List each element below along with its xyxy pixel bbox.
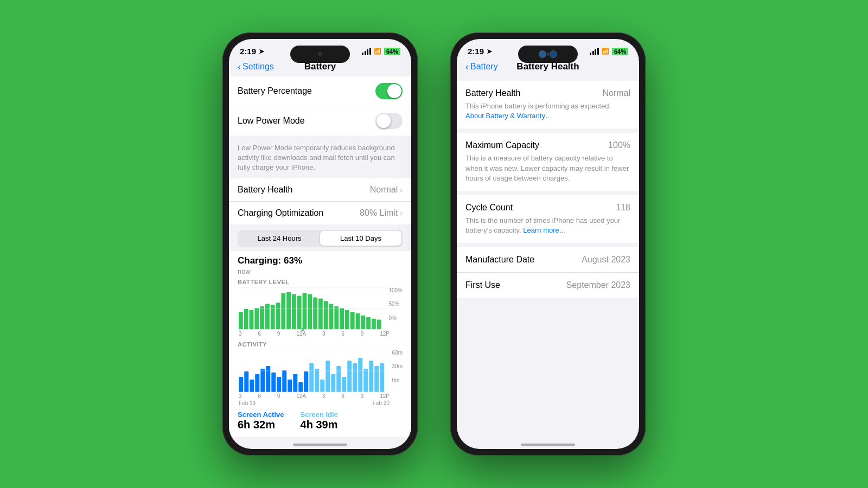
phone-2: 2:19 ➤ 📶 64% ‹ Ba <box>450 33 646 455</box>
screen-active-label: Screen Active <box>238 410 284 419</box>
svg-rect-34 <box>255 374 259 392</box>
activity-svg <box>238 350 390 393</box>
content-1: Battery Percentage Low Power Mode Low Po… <box>229 76 411 438</box>
tab-10d[interactable]: Last 10 Days <box>320 231 401 246</box>
svg-rect-42 <box>298 382 303 392</box>
dynamic-island-2 <box>518 46 578 63</box>
status-time-2: 2:19 ➤ <box>468 47 492 56</box>
activity-chart-section: ACTIVITY <box>229 337 411 406</box>
back-button-2[interactable]: ‹ Battery <box>465 61 498 73</box>
charging-info: Charging: 63% <box>229 251 411 266</box>
svg-rect-10 <box>292 294 296 329</box>
learn-more-link[interactable]: Learn more… <box>523 226 566 234</box>
phone-1: 2:19 ➤ 📶 64% ‹ Se <box>222 33 418 455</box>
svg-rect-17 <box>329 304 334 329</box>
battery-chart-section: Charging: 63% now BATTERY LEVEL <box>229 251 411 436</box>
svg-rect-7 <box>276 303 280 329</box>
svg-rect-22 <box>356 313 360 329</box>
tab-24h[interactable]: Last 24 Hours <box>239 231 320 246</box>
svg-rect-48 <box>331 374 335 392</box>
bh-cycle-title: Cycle Count <box>465 203 513 213</box>
screen-idle-label: Screen Idle <box>301 410 338 419</box>
svg-rect-47 <box>326 361 330 392</box>
svg-rect-11 <box>297 296 302 329</box>
svg-rect-57 <box>380 363 384 392</box>
bh-health-header: Battery Health Normal <box>465 88 630 98</box>
low-power-description: Low Power Mode temporarily reduces backg… <box>229 141 411 178</box>
svg-rect-56 <box>374 366 379 392</box>
svg-rect-49 <box>336 366 341 392</box>
wifi-icon-2: 📶 <box>602 48 609 55</box>
signal-bars-1 <box>362 48 371 55</box>
bh-health-group: Battery Health Normal This iPhone batter… <box>457 81 639 129</box>
status-time-1: 2:19 ➤ <box>240 47 264 56</box>
back-chevron-2: ‹ <box>465 61 469 73</box>
svg-rect-41 <box>293 374 297 392</box>
settings-group-toggles: Battery Percentage Low Power Mode <box>229 76 411 136</box>
bh-health-row: Battery Health Normal This iPhone batter… <box>457 81 639 129</box>
svg-rect-18 <box>334 306 339 329</box>
svg-rect-45 <box>315 369 319 392</box>
bh-firstuse-value: September 2023 <box>566 280 630 290</box>
svg-rect-2 <box>250 310 254 329</box>
bh-cycle-value: 118 <box>616 203 630 213</box>
bh-cycle-row: Cycle Count 118 This is the number of ti… <box>457 195 639 243</box>
svg-rect-1 <box>244 309 248 329</box>
toggle-knob-2 <box>376 114 391 128</box>
dynamic-island-1 <box>290 46 350 63</box>
low-power-mode-row: Low Power Mode <box>229 106 411 136</box>
bh-health-value: Normal <box>602 88 630 98</box>
bh-manufacture-row: Manufacture Date August 2023 <box>457 247 639 273</box>
battery-percentage-row: Battery Percentage <box>229 76 411 106</box>
battery-health-row[interactable]: Battery Health Normal › <box>229 178 411 202</box>
screen-active-value: 6h 32m <box>238 419 284 431</box>
svg-rect-9 <box>286 292 291 329</box>
bh-manufacture-label: Manufacture Date <box>465 255 534 265</box>
bh-health-title: Battery Health <box>465 88 520 98</box>
y-labels-activity: 60m 30m 0m <box>390 350 403 393</box>
svg-rect-26 <box>377 319 381 329</box>
svg-rect-53 <box>358 358 362 392</box>
svg-rect-43 <box>304 371 308 392</box>
about-battery-link[interactable]: About Battery & Warranty… <box>465 112 552 120</box>
bh-capacity-row: Maximum Capacity 100% This is a measure … <box>457 133 639 191</box>
battery-percentage-toggle[interactable] <box>375 83 403 99</box>
screen-idle-value: 4h 39m <box>301 419 338 431</box>
activity-label: ACTIVITY <box>238 341 403 348</box>
bh-firstuse-row: First Use September 2023 <box>457 273 639 298</box>
battery-percentage-label: Battery Percentage <box>238 86 312 96</box>
svg-rect-5 <box>265 304 270 329</box>
svg-rect-37 <box>271 373 276 392</box>
charging-optimization-row[interactable]: Charging Optimization 80% Limit › <box>229 202 411 224</box>
svg-rect-21 <box>350 311 355 329</box>
svg-rect-54 <box>363 369 368 392</box>
svg-rect-32 <box>244 371 248 392</box>
svg-rect-50 <box>342 377 346 392</box>
toggle-knob-1 <box>387 84 401 98</box>
airdrop-circle <box>539 50 546 58</box>
activity-chart-wrapper: 60m 30m 0m <box>238 350 403 393</box>
bh-capacity-group: Maximum Capacity 100% This is a measure … <box>457 133 639 191</box>
status-icons-2: 📶 64% <box>590 48 628 55</box>
svg-rect-40 <box>288 380 292 392</box>
bh-firstuse-label: First Use <box>465 280 500 290</box>
battery-level-chart: BATTERY LEVEL <box>229 279 411 337</box>
svg-rect-55 <box>369 361 373 392</box>
tab-selector: Last 24 Hours Last 10 Days <box>238 230 403 247</box>
battery-status-1: 64% <box>384 48 400 55</box>
battery-health-value: Normal › <box>370 185 403 195</box>
bh-cycle-group: Cycle Count 118 This is the number of ti… <box>457 195 639 243</box>
svg-rect-33 <box>250 380 254 392</box>
low-power-mode-label: Low Power Mode <box>238 116 305 126</box>
wifi-icon-1: 📶 <box>374 48 381 55</box>
x-labels-activity: 3 6 9 12A 3 6 9 12P <box>238 393 403 399</box>
back-button-1[interactable]: ‹ Settings <box>238 61 274 73</box>
svg-rect-46 <box>320 380 324 392</box>
svg-rect-19 <box>340 308 344 329</box>
svg-rect-0 <box>239 311 243 329</box>
svg-rect-15 <box>318 298 323 329</box>
low-power-mode-toggle[interactable] <box>375 113 403 129</box>
svg-rect-52 <box>353 363 357 392</box>
bh-manufacture-value: August 2023 <box>582 255 630 265</box>
nav-title-1: Battery <box>304 61 336 72</box>
